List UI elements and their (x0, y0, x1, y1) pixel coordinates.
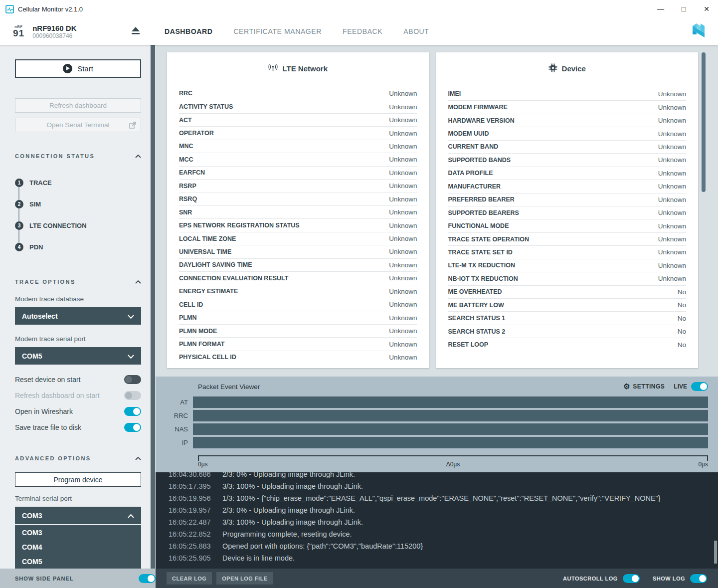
row-label: PHYSICAL CELL ID (179, 354, 236, 361)
open-serial-terminal-button[interactable]: Open Serial Terminal (15, 118, 141, 132)
sidebar-scrollbar[interactable] (150, 45, 156, 588)
log-timestamp: 16:05:22.852 (169, 530, 222, 538)
packet-event-viewer: Packet Event Viewer SETTINGS LIVE A (156, 377, 718, 472)
dashboard-row: ME BATTERY LOW No (448, 298, 687, 311)
dashboard-row: SNR Unknown (179, 205, 417, 218)
log-message: 2/3: 0% - Uploading image through JLink. (222, 472, 355, 478)
row-label: ACTIVITY STATUS (179, 103, 233, 110)
program-device-button[interactable]: Program device (15, 472, 141, 487)
row-label: SEARCH STATUS 2 (448, 328, 506, 335)
toggle-label: Open in Wireshark (15, 407, 73, 415)
row-value: Unknown (389, 156, 417, 163)
modem-trace-database-select[interactable]: Autoselect (15, 307, 141, 325)
eject-device-icon[interactable] (131, 27, 141, 36)
row-value: No (678, 328, 686, 335)
dropdown-option[interactable]: COM3 (15, 525, 141, 540)
dashboard-row: ENERGY ESTIMATE Unknown (179, 285, 417, 298)
dashboard-row: DAYLIGHT SAVING TIME Unknown (179, 258, 417, 271)
connection-step: 3 LTE CONNECTION (15, 215, 141, 236)
nav-tab[interactable]: ABOUT (403, 27, 429, 35)
row-value: Unknown (658, 196, 686, 203)
show-side-panel-bar: SHOW SIDE PANEL (0, 569, 156, 588)
clear-log-button[interactable]: CLEAR LOG (167, 572, 212, 585)
connection-step: 4 PDN (15, 236, 141, 258)
lane-label: NAS (156, 425, 193, 433)
log-message: Programming complete, reseting device. (222, 530, 352, 538)
row-label: HARDWARE VERSION (448, 117, 515, 124)
dashboard-row: ME OVERHEATED No (448, 285, 687, 298)
step-number-badge: 2 (15, 200, 23, 208)
start-button[interactable]: Start (15, 59, 141, 78)
row-value: Unknown (389, 116, 417, 124)
dashboard-row: MODEM UUID Unknown (448, 127, 687, 140)
toggle-knob (700, 383, 707, 390)
show-side-panel-toggle[interactable] (139, 574, 156, 583)
autoscroll-log-toggle[interactable] (623, 574, 640, 583)
modem-trace-database-label: Modem trace database (15, 295, 141, 303)
step-number-badge: 4 (15, 243, 23, 251)
toggle-switch[interactable] (124, 375, 141, 384)
trace-options-heading[interactable]: TRACE OPTIONS (15, 279, 141, 285)
chevron-up-icon (128, 512, 134, 520)
toggle-knob (125, 376, 132, 383)
row-value: Unknown (658, 156, 686, 164)
log-message: 1/3: 100% - {"chip_erase_mode":"ERASE_AL… (222, 494, 661, 502)
row-value: Unknown (389, 169, 417, 177)
log-entry: 16:05:22.852 Programming complete, reset… (169, 528, 718, 540)
device-selector[interactable]: nRF 91 nRF9160 DK 000960038746 (0, 24, 150, 39)
terminal-serial-port-select[interactable]: COM3 (15, 507, 141, 524)
app-header: nRF 91 nRF9160 DK 000960038746 DASHBOARD… (0, 18, 718, 45)
toggle-row: Refresh dashboard on start (15, 388, 141, 403)
row-value: Unknown (389, 90, 417, 97)
row-label: MODEM UUID (448, 130, 489, 137)
row-value: Unknown (389, 208, 417, 216)
show-log-toggle[interactable] (690, 574, 707, 583)
toggle-switch[interactable] (124, 423, 141, 432)
lane-track (193, 410, 708, 421)
step-number-badge: 3 (15, 221, 23, 230)
row-label: UNIVERSAL TIME (179, 248, 231, 255)
toggle-knob (148, 575, 155, 582)
timeline-delta: Δ0µs (208, 461, 699, 468)
row-label: RRC (179, 90, 192, 97)
toggle-label: Refresh dashboard on start (15, 392, 100, 399)
open-log-file-button[interactable]: OPEN LOG FILE (216, 572, 273, 585)
maximize-button[interactable]: □ (672, 0, 695, 18)
minimize-button[interactable]: — (649, 0, 672, 18)
log-entry: 16:05:22.487 3/3: 100% - Uploading image… (169, 516, 718, 528)
dropdown-option[interactable]: COM4 (15, 540, 141, 554)
dropdown-option[interactable]: COM5 (15, 554, 141, 569)
row-label: OPERATOR (179, 130, 214, 137)
toggle-knob (133, 424, 140, 431)
log-timestamp: 16:05:17.395 (169, 482, 222, 490)
nav-tab[interactable]: DASHBOARD (165, 27, 212, 35)
connection-status-heading[interactable]: CONNECTION STATUS (15, 153, 141, 159)
modem-trace-serial-port-select[interactable]: COM5 (15, 347, 141, 365)
row-label: LOCAL TIME ZONE (179, 235, 236, 242)
row-value: Unknown (658, 262, 686, 269)
row-value: Unknown (658, 104, 686, 111)
row-value: Unknown (658, 235, 686, 243)
sidebar-scrollbar-thumb[interactable] (151, 45, 155, 569)
autoscroll-log-label: AUTOSCROLL LOG (563, 576, 618, 582)
log-message: Opened port with options: {"path":"COM3"… (222, 542, 423, 550)
main-scrollbar-thumb[interactable] (702, 52, 706, 192)
row-value: Unknown (389, 274, 417, 282)
chevron-down-icon (128, 352, 134, 360)
row-value: Unknown (389, 288, 417, 295)
dashboard-row: TRACE STATE SET ID Unknown (448, 245, 687, 258)
nav-tab[interactable]: FEEDBACK (343, 27, 382, 35)
chevron-down-icon (128, 312, 134, 320)
row-value: Unknown (658, 130, 686, 138)
close-button[interactable]: ✕ (695, 0, 718, 18)
advanced-options-heading[interactable]: ADVANCED OPTIONS (15, 455, 141, 461)
log-scrollbar-thumb[interactable] (714, 541, 717, 564)
toggle-switch[interactable] (124, 407, 141, 416)
nav-tab[interactable]: CERTIFICATE MANAGER (233, 27, 322, 35)
refresh-dashboard-button[interactable]: Refresh dashboard (15, 98, 141, 113)
settings-button[interactable]: SETTINGS (623, 382, 665, 391)
dashboard-row: PLMN MODE Unknown (179, 324, 417, 337)
live-toggle[interactable] (691, 382, 708, 391)
toggle-switch[interactable] (124, 391, 141, 400)
dashboard-row: RSRQ Unknown (179, 193, 417, 205)
